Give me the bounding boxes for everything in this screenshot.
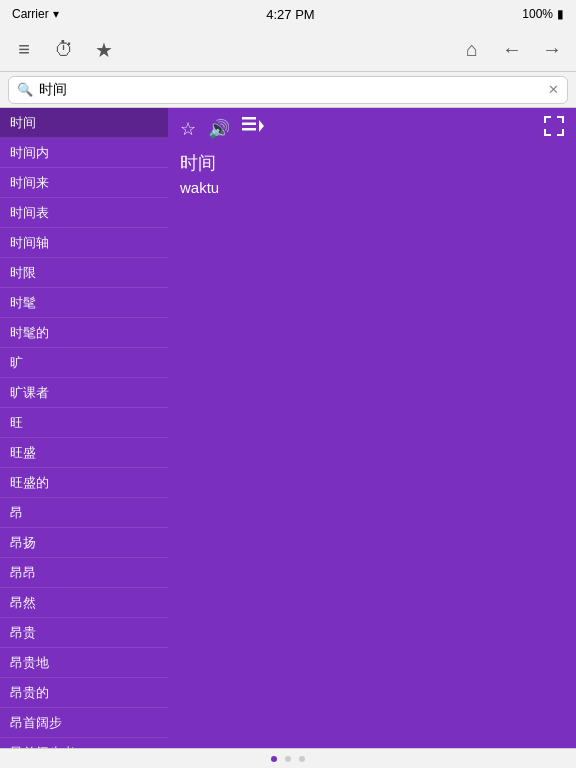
list-item[interactable]: 时髦	[0, 288, 168, 318]
list-panel: 时间时间内时间来时间表时间轴时限时髦时髦的旷旷课者旺旺盛旺盛的昂昂扬昂昂昂然昂贵…	[0, 108, 168, 748]
bottom-bar	[0, 748, 576, 768]
list-item[interactable]: 时间轴	[0, 228, 168, 258]
search-icon: 🔍	[17, 82, 33, 97]
tab-dot-inactive-2	[285, 756, 291, 762]
tab-dot-inactive-1	[271, 756, 277, 762]
search-bar: 🔍 ✕	[0, 72, 576, 108]
forward-icon[interactable]: →	[536, 34, 568, 66]
list-item[interactable]: 昂	[0, 498, 168, 528]
list-item[interactable]: 时限	[0, 258, 168, 288]
list-item[interactable]: 昂昂	[0, 558, 168, 588]
favorite-button[interactable]: ☆	[180, 118, 196, 140]
list-item[interactable]: 旷课者	[0, 378, 168, 408]
back-icon[interactable]: ←	[496, 34, 528, 66]
svg-rect-1	[242, 123, 256, 126]
list-item[interactable]: 旺盛	[0, 438, 168, 468]
list-item[interactable]: 时间	[0, 108, 168, 138]
list-item[interactable]: 旺	[0, 408, 168, 438]
svg-marker-3	[259, 120, 264, 132]
detail-panel: ☆ 🔊 时间 waktu	[168, 108, 576, 748]
main-content: 时间时间内时间来时间表时间轴时限时髦时髦的旷旷课者旺旺盛旺盛的昂昂扬昂昂昂然昂贵…	[0, 108, 576, 748]
list-item[interactable]: 昂然	[0, 588, 168, 618]
status-bar: Carrier ▾ 4:27 PM 100% ▮	[0, 0, 576, 28]
list-item[interactable]: 时髦的	[0, 318, 168, 348]
status-left: Carrier ▾	[12, 7, 59, 21]
detail-toolbar: ☆ 🔊	[180, 116, 564, 141]
list-item[interactable]: 时间来	[0, 168, 168, 198]
expand-button[interactable]	[544, 116, 564, 141]
list-item[interactable]: 昂首阔步者	[0, 738, 168, 748]
favorites-icon[interactable]: ★	[88, 34, 120, 66]
detail-word: 时间	[180, 151, 564, 175]
detail-translation: waktu	[180, 179, 564, 196]
menu-icon[interactable]: ≡	[8, 34, 40, 66]
audio-button[interactable]: 🔊	[208, 118, 230, 140]
battery-label: 100%	[522, 7, 553, 21]
search-input-wrap[interactable]: 🔍 ✕	[8, 76, 568, 104]
wifi-icon: ▾	[53, 7, 59, 21]
battery-icon: ▮	[557, 7, 564, 21]
home-icon[interactable]: ⌂	[456, 34, 488, 66]
list-item[interactable]: 旷	[0, 348, 168, 378]
list-item[interactable]: 昂贵的	[0, 678, 168, 708]
list-item[interactable]: 时间表	[0, 198, 168, 228]
tab-dot-inactive-3	[299, 756, 305, 762]
status-time: 4:27 PM	[266, 7, 314, 22]
list-item[interactable]: 昂首阔步	[0, 708, 168, 738]
status-right: 100% ▮	[522, 7, 564, 21]
list-item[interactable]: 时间内	[0, 138, 168, 168]
svg-rect-2	[242, 128, 256, 131]
list-view-button[interactable]	[242, 117, 264, 140]
svg-rect-0	[242, 117, 256, 120]
nav-bar: ≡ ⏱ ★ ⌂ ← →	[0, 28, 576, 72]
list-item[interactable]: 昂扬	[0, 528, 168, 558]
list-item[interactable]: 昂贵	[0, 618, 168, 648]
clear-icon[interactable]: ✕	[548, 82, 559, 97]
history-icon[interactable]: ⏱	[48, 34, 80, 66]
carrier-label: Carrier	[12, 7, 49, 21]
list-item[interactable]: 昂贵地	[0, 648, 168, 678]
search-input[interactable]	[39, 82, 542, 98]
list-item[interactable]: 旺盛的	[0, 468, 168, 498]
